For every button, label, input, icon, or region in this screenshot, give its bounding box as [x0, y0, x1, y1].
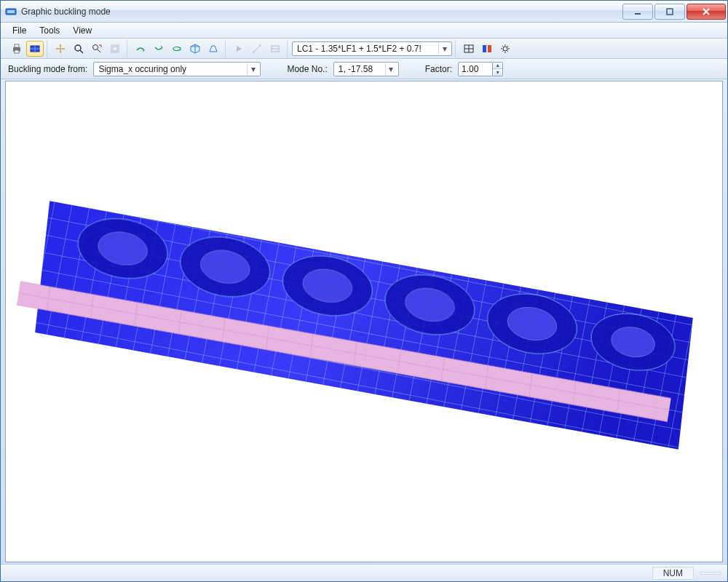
- window-title: Graphic buckling mode: [21, 7, 111, 17]
- mode-no-combo[interactable]: 1, -17.58 ▾: [333, 62, 399, 76]
- factor-spinner[interactable]: ▲ ▼: [493, 62, 503, 76]
- svg-point-25: [503, 47, 507, 51]
- titlebar: Graphic buckling mode: [1, 1, 727, 23]
- svg-rect-1: [7, 10, 15, 13]
- animate-button[interactable]: [230, 41, 248, 57]
- spinner-up-icon[interactable]: ▲: [493, 63, 502, 70]
- pan-button[interactable]: [52, 41, 69, 57]
- svg-point-11: [75, 45, 81, 51]
- statusbar: NUM: [1, 564, 727, 581]
- svg-rect-24: [488, 45, 491, 52]
- window-buttons: [621, 4, 726, 20]
- viewport-split-button[interactable]: [460, 41, 478, 57]
- rotate-x-button[interactable]: [132, 41, 149, 57]
- svg-line-14: [98, 49, 100, 52]
- chevron-down-icon: ▾: [385, 63, 397, 75]
- svg-rect-23: [483, 45, 486, 52]
- svg-line-12: [80, 50, 83, 53]
- menu-tools[interactable]: Tools: [33, 24, 66, 37]
- chevron-down-icon: ▾: [247, 63, 258, 75]
- iso-view-button[interactable]: [186, 41, 204, 57]
- print-button[interactable]: [8, 41, 25, 57]
- svg-rect-6: [15, 50, 19, 53]
- factor-input-wrap: 1.00 ▲ ▼: [458, 62, 503, 76]
- section-button[interactable]: [266, 41, 284, 57]
- loadcase-combo[interactable]: LC1 - 1.35*LF1 + 1.5*LF2 + 0.7! ▾: [292, 41, 452, 56]
- viewport-3d[interactable]: [5, 81, 723, 562]
- zoom-fit-button[interactable]: [106, 41, 124, 57]
- spinner-down-icon[interactable]: ▼: [493, 69, 502, 76]
- status-num: NUM: [652, 567, 694, 580]
- zoom-window-button[interactable]: [88, 41, 106, 57]
- zoom-button[interactable]: [70, 41, 87, 57]
- minimize-button[interactable]: [622, 4, 653, 20]
- mode-from-value: Sigma_x occuring only: [98, 64, 244, 74]
- svg-rect-16: [113, 47, 117, 51]
- main-toolbar: LC1 - 1.35*LF1 + 1.5*LF2 + 0.7! ▾: [1, 39, 727, 59]
- mode-no-value: 1, -17.58: [339, 64, 382, 74]
- status-empty: [700, 572, 721, 575]
- maximize-button[interactable]: [654, 4, 685, 20]
- menu-file[interactable]: File: [7, 24, 32, 37]
- chevron-down-icon: ▾: [438, 43, 450, 55]
- rotate-y-button[interactable]: [150, 41, 167, 57]
- menubar: File Tools View: [1, 23, 727, 39]
- factor-value: 1.00: [462, 64, 478, 74]
- mode-no-label: Mode No.:: [287, 64, 327, 74]
- loadcase-combo-value: LC1 - 1.35*LF1 + 1.5*LF2 + 0.7!: [297, 44, 435, 54]
- svg-rect-3: [667, 9, 673, 15]
- factor-input[interactable]: 1.00: [458, 62, 493, 76]
- perspective-button[interactable]: [205, 41, 222, 57]
- buckling-mode-render: [6, 81, 722, 562]
- svg-point-10: [60, 47, 62, 49]
- legend-button[interactable]: [478, 41, 496, 57]
- svg-rect-5: [15, 44, 19, 47]
- mode-from-label: Buckling mode from:: [8, 64, 87, 74]
- measure-button[interactable]: [248, 41, 266, 57]
- filter-toolbar: Buckling mode from: Sigma_x occuring onl…: [1, 59, 727, 79]
- svg-rect-2: [635, 13, 641, 15]
- svg-point-13: [93, 44, 98, 49]
- mode-from-combo[interactable]: Sigma_x occuring only ▾: [93, 62, 261, 76]
- menu-view[interactable]: View: [67, 24, 98, 37]
- settings-button[interactable]: [496, 41, 514, 57]
- close-button[interactable]: [687, 4, 726, 20]
- app-window: Graphic buckling mode File Tools View: [0, 0, 728, 582]
- rotate-z-button[interactable]: [168, 41, 186, 57]
- app-icon: [5, 6, 17, 17]
- factor-label: Factor:: [425, 64, 452, 74]
- view-shaded-button[interactable]: [26, 41, 44, 57]
